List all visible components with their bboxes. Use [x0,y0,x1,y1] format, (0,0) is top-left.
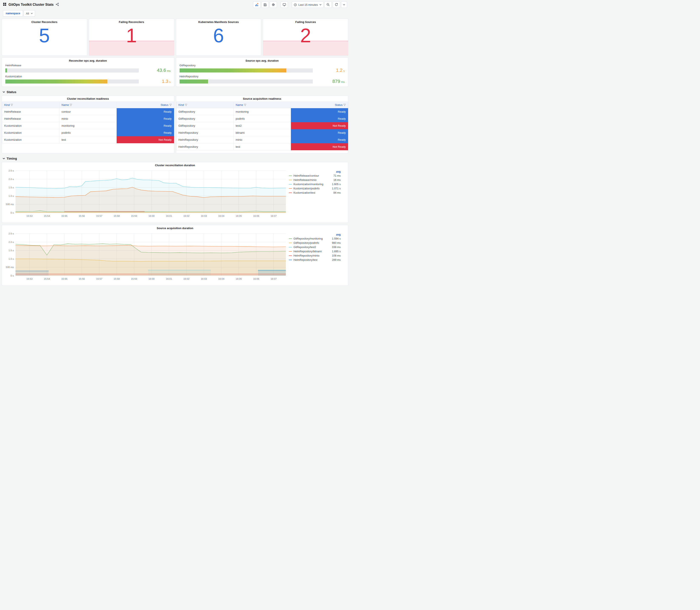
add-panel-button[interactable] [253,1,261,8]
svg-text:15:56: 15:56 [79,277,85,280]
cell-kind: Kustomization [2,136,60,143]
legend-item[interactable]: Kustomization/test84 ms [289,191,341,195]
series-name[interactable]: HelmRelease/contour [293,174,319,177]
legend-item[interactable]: HelmRepository/bitnami1.695 s [289,249,341,254]
column-header-kind[interactable]: Kind [2,102,60,108]
legend-item[interactable]: Kustomization/monitoring1.605 s [289,182,341,187]
legend-item[interactable]: GitRepository/podinfo980 ms [289,241,341,245]
series-name[interactable]: Kustomization/podinfo [293,187,320,190]
panel-source-ops-duration: Source ops avg. duration GitRepository1.… [176,58,348,87]
filter-icon [244,104,246,106]
column-header-kind[interactable]: Kind [176,102,233,108]
zoom-out-button[interactable] [325,1,332,8]
cell-kind: HelmRelease [2,115,60,122]
legend-item[interactable]: GitRepository/monitoring1.594 s [289,237,341,241]
time-range-label: Last 15 minutes [298,3,318,6]
cell-name: podinfo [233,115,291,122]
series-name[interactable]: GitRepository/podinfo [293,241,319,244]
gauge-value: 43.6ms [139,68,170,73]
table-row: KustomizationpodinfoReady [2,129,174,136]
section-status[interactable]: Status [2,89,348,95]
panel-reconciler-ops-duration: Reconciler ops avg. duration HelmRelease… [2,58,174,87]
series-name[interactable]: GitRepository/monitoring [293,237,323,240]
dashboard-settings-button[interactable] [270,1,277,8]
panel-title[interactable]: Failing Sources [263,19,348,25]
series-avg-value: 71 ms [333,174,341,177]
series-name[interactable]: HelmRepository/bitnami [293,250,322,253]
cell-kind: Kustomization [2,129,60,136]
filter-icon [169,104,172,106]
variable-namespace-label: namespace [3,10,23,17]
cell-name: test2 [233,122,291,129]
stat-row: Cluster Reconcilers5Failing Reconcilers1… [2,19,348,56]
panel-title[interactable]: Cluster Reconcilers [2,19,87,25]
column-header-status[interactable]: Status [117,102,174,108]
tv-mode-button[interactable] [281,1,288,8]
table-row: GitRepositorypodinfoReady [176,115,348,122]
cell-name: podinfo [59,129,117,136]
svg-text:16:03: 16:03 [201,215,207,217]
filter-icon [11,104,13,106]
panel-cluster-reconciliation-readiness: Cluster reconciliation readiness KindNam… [2,95,174,153]
apps-icon[interactable] [3,2,6,7]
svg-text:16:07: 16:07 [271,215,277,217]
series-avg-value: 84 ms [333,191,341,194]
svg-text:15:55: 15:55 [61,277,67,280]
time-picker[interactable]: Last 15 minutes [292,1,323,8]
series-name[interactable]: HelmRepository/test [293,258,318,261]
series-avg-value: 1.594 s [332,237,341,240]
table-row: GitRepositorymonitoringReady [176,108,348,115]
status-badge: Ready [291,136,348,143]
svg-text:15:54: 15:54 [44,215,50,217]
series-color-swatch [289,184,292,185]
refresh-interval-dropdown[interactable] [341,1,347,8]
gauge-fill [180,68,286,73]
panel-title[interactable]: Reconciler ops avg. duration [2,58,174,63]
gauge-label: Kustomization [5,75,170,78]
column-label: Kind [179,103,184,107]
panel-title[interactable]: Kubernetes Manifests Sources [176,19,261,25]
svg-text:16:00: 16:00 [149,277,155,280]
gauge-item: HelmRepository879ms [180,75,345,84]
section-timing[interactable]: Timing [2,155,348,162]
panel-title[interactable]: Cluster reconciliation readiness [2,96,174,101]
column-header-name[interactable]: Name [233,102,291,108]
svg-text:15:59: 15:59 [131,277,137,280]
variable-namespace-value[interactable]: All [23,10,35,17]
panel-title[interactable]: Source acquisition duration [2,225,348,230]
series-name[interactable]: HelmRepository/minio [293,254,320,257]
legend-item[interactable]: HelmRepository/minio108 ms [289,254,341,258]
series-name[interactable]: GitRepository/test2 [293,246,316,249]
gauge-track [180,80,313,83]
series-name[interactable]: Kustomization/test [293,191,315,194]
cell-name: minio [233,136,291,143]
refresh-button[interactable] [333,1,340,8]
column-header-name[interactable]: Name [59,102,117,108]
cell-name: monitoring [233,108,291,115]
cell-kind: Kustomization [2,122,60,129]
svg-text:16:00: 16:00 [149,215,155,217]
share-icon[interactable] [56,3,59,7]
svg-text:16:04: 16:04 [218,277,224,280]
column-header-status[interactable]: Status [291,102,348,108]
panel-title[interactable]: Cluster reconciliation duration [2,162,348,168]
gauge-item: HelmRelease43.6ms [5,64,170,73]
legend-item[interactable]: GitRepository/test2338 ms [289,245,341,249]
cell-name: test [59,136,117,143]
save-dashboard-button[interactable] [262,1,268,8]
svg-text:16:01: 16:01 [166,215,172,217]
legend-item[interactable]: HelmRelease/contour71 ms [289,174,341,178]
panel-title[interactable]: Source ops avg. duration [176,58,348,63]
series-name[interactable]: Kustomization/monitoring [293,183,323,186]
cell-name: contour [59,108,117,115]
legend-item[interactable]: HelmRepository/test289 ms [289,258,341,262]
column-label: Name [62,103,69,107]
series-name[interactable]: HelmRelease/minio [293,178,316,181]
legend-item[interactable]: HelmRelease/minio16 ms [289,178,341,182]
svg-text:15:59: 15:59 [131,215,137,217]
panel-title[interactable]: Source acquisition readiness [176,96,348,101]
legend-item[interactable]: Kustomization/podinfo1.071 s [289,187,341,191]
gauge-label: GitRepository [180,64,345,67]
status-badge: Not Ready [291,122,348,129]
panel-title[interactable]: Failing Reconcilers [89,19,174,25]
